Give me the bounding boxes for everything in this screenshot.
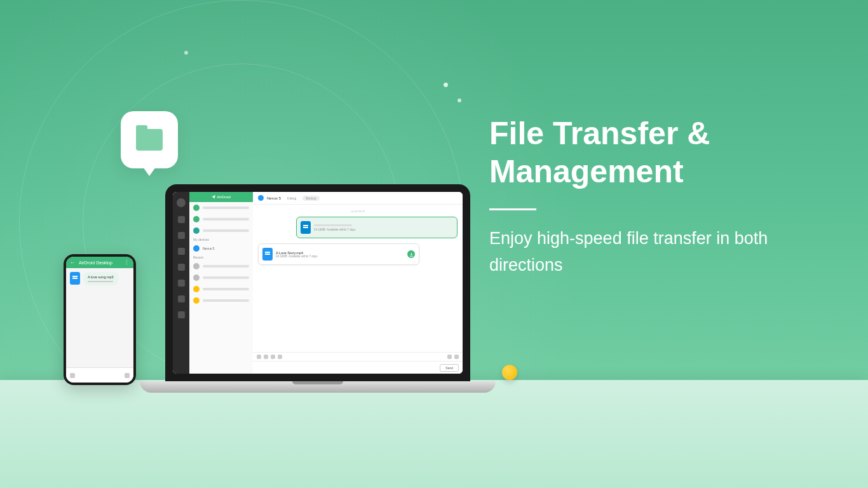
list-item[interactable] bbox=[189, 272, 253, 283]
file-icon bbox=[70, 272, 80, 285]
nav-icon[interactable] bbox=[178, 295, 185, 302]
hero-subtitle: Enjoy high-speed file transfer in both d… bbox=[489, 226, 820, 279]
timestamp: via 3d 23:23 bbox=[258, 210, 458, 213]
received-file-card[interactable]: A Love Story.mp4 24.16MB Available withi… bbox=[258, 243, 419, 265]
menu-icon[interactable]: ⋮ bbox=[124, 259, 130, 266]
list-item[interactable]: Nexus 5 bbox=[189, 243, 253, 254]
folder-bubble bbox=[121, 111, 178, 168]
list-item[interactable] bbox=[189, 225, 253, 236]
app-header: AirDroid bbox=[189, 192, 253, 202]
app-nav-sidebar bbox=[173, 192, 189, 374]
back-icon[interactable]: ← bbox=[70, 259, 76, 266]
option-icon[interactable] bbox=[454, 355, 459, 359]
file-meta: 24.16MB Available within 7 days bbox=[276, 255, 404, 258]
device-list-panel: AirDroid My devices Nexus 5 Recent bbox=[189, 192, 253, 374]
avatar-icon[interactable] bbox=[177, 198, 186, 207]
hero-title: File Transfer & Management bbox=[489, 114, 820, 191]
nav-icon[interactable] bbox=[178, 232, 185, 239]
decorative-ball bbox=[502, 365, 517, 380]
phone-file-message[interactable]: A love song.mp3 bbox=[70, 272, 130, 285]
phone-header-title: AirDroid Desktop bbox=[79, 261, 112, 265]
nav-icon[interactable] bbox=[178, 216, 185, 223]
tab-backup[interactable]: Backup bbox=[302, 196, 320, 201]
hero-text: File Transfer & Management Enjoy high-sp… bbox=[489, 114, 820, 279]
phone-app-header: ← AirDroid Desktop ⋮ bbox=[66, 257, 133, 268]
folder-icon[interactable] bbox=[271, 355, 275, 359]
decorative-dot bbox=[444, 83, 448, 87]
platform-surface bbox=[0, 380, 868, 488]
list-item[interactable] bbox=[189, 214, 253, 225]
file-icon bbox=[301, 221, 311, 234]
section-label: My devices bbox=[189, 236, 253, 243]
attach-icon[interactable] bbox=[257, 355, 261, 359]
download-button[interactable] bbox=[407, 250, 415, 258]
file-icon bbox=[262, 248, 273, 261]
phone-chat-body: A love song.mp3 bbox=[66, 268, 133, 367]
laptop-mockup: AirDroid My devices Nexus 5 Recent bbox=[140, 184, 496, 393]
decorative-dot bbox=[458, 98, 461, 102]
sent-file-card[interactable]: 24.16MB Available within 7 days bbox=[296, 217, 458, 238]
device-status-icon bbox=[258, 195, 264, 201]
decorative-dot bbox=[184, 51, 188, 55]
download-icon bbox=[409, 252, 414, 257]
hero-divider bbox=[489, 208, 536, 210]
list-item[interactable] bbox=[189, 261, 253, 272]
phone-input-bar bbox=[66, 367, 133, 383]
list-item[interactable] bbox=[189, 202, 253, 214]
option-icon[interactable] bbox=[447, 355, 452, 359]
laptop-screen: AirDroid My devices Nexus 5 Recent bbox=[165, 184, 470, 381]
laptop-base bbox=[140, 381, 496, 393]
list-item[interactable] bbox=[189, 295, 253, 306]
device-name: Nexus 5 bbox=[267, 196, 281, 200]
send-row: Send bbox=[253, 361, 463, 374]
nav-icon[interactable] bbox=[178, 311, 185, 318]
attachment-bar bbox=[253, 352, 463, 361]
send-icon[interactable] bbox=[125, 373, 130, 378]
app-icon[interactable] bbox=[278, 355, 282, 359]
paper-plane-icon bbox=[212, 195, 215, 199]
phone-mockup: ← AirDroid Desktop ⋮ A love song.mp3 bbox=[64, 254, 136, 385]
list-item[interactable] bbox=[189, 283, 253, 295]
file-meta: 24.16MB Available within 7 days bbox=[314, 228, 453, 231]
chat-panel: Nexus 5 Dialog Backup via 3d 23:23 24.16… bbox=[253, 192, 463, 374]
attach-icon[interactable] bbox=[70, 373, 75, 378]
folder-icon bbox=[136, 129, 163, 151]
nav-icon[interactable] bbox=[178, 248, 185, 255]
image-icon[interactable] bbox=[264, 355, 268, 359]
file-bubble: A love song.mp3 bbox=[83, 272, 118, 285]
file-name-placeholder bbox=[314, 224, 352, 226]
chat-area: via 3d 23:23 24.16MB Available within 7 … bbox=[253, 205, 463, 352]
section-label: Recent bbox=[189, 254, 253, 261]
chat-header: Nexus 5 Dialog Backup bbox=[253, 192, 463, 205]
tab-dialog[interactable]: Dialog bbox=[284, 196, 299, 201]
nav-icon[interactable] bbox=[178, 280, 185, 287]
app-window: AirDroid My devices Nexus 5 Recent bbox=[173, 192, 463, 374]
nav-icon[interactable] bbox=[178, 264, 185, 271]
phone-screen: ← AirDroid Desktop ⋮ A love song.mp3 bbox=[66, 257, 133, 383]
send-button[interactable]: Send bbox=[440, 364, 459, 372]
